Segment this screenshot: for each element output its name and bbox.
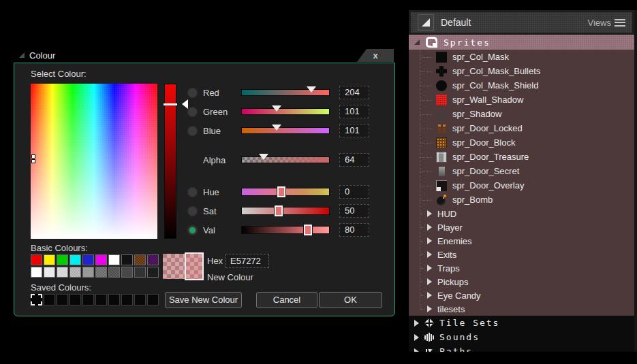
collapsed-triangle-icon[interactable] (414, 348, 419, 352)
collapsed-triangle-icon[interactable] (427, 224, 432, 231)
value-field[interactable]: 50 (339, 204, 369, 218)
tree-item-spr-door-secret[interactable]: spr_Door_Secret (409, 164, 634, 178)
channel-radio[interactable] (187, 88, 198, 98)
tree-folder-eye-candy[interactable]: Eye Candy (409, 288, 634, 302)
collapsed-triangle-icon[interactable] (427, 305, 432, 312)
channel-radio[interactable] (187, 107, 198, 117)
basic-colour-swatch[interactable] (69, 254, 81, 265)
channel-radio[interactable] (187, 126, 198, 136)
basic-colour-swatch[interactable] (108, 254, 120, 265)
basic-colour-swatch[interactable] (82, 254, 94, 265)
saved-colour-swatch[interactable] (134, 294, 146, 305)
collapsed-triangle-icon[interactable] (427, 237, 432, 244)
value-field[interactable]: 204 (339, 86, 369, 99)
saved-colour-swatch[interactable] (108, 294, 120, 305)
slider-track[interactable] (241, 207, 330, 215)
slider-handle[interactable] (272, 125, 281, 131)
saved-colour-swatch[interactable] (69, 294, 81, 305)
tree-item-spr-door-block[interactable]: spr_Door_Block (409, 135, 634, 150)
slider-track[interactable] (241, 226, 330, 234)
saved-colour-swatch[interactable] (121, 294, 133, 305)
tree-item-spr-wall-shadow[interactable]: spr_Wall_Shadow (409, 93, 634, 107)
tree-folder-exits[interactable]: Exits (409, 248, 634, 261)
tree-item-spr-door-overlay[interactable]: spr_Door_Overlay (409, 178, 634, 193)
value-field[interactable]: 64 (339, 153, 369, 167)
basic-colour-swatch[interactable] (31, 267, 42, 278)
value-strip-marker[interactable] (164, 103, 177, 105)
basic-colour-swatch[interactable] (134, 254, 146, 265)
saved-colour-swatch[interactable] (82, 294, 94, 305)
collapsed-triangle-icon[interactable] (427, 251, 432, 258)
ok-button[interactable]: OK (319, 292, 382, 308)
tree-item-spr-col-mask[interactable]: spr_Col_Mask (409, 50, 634, 64)
basic-colour-swatch[interactable] (57, 254, 68, 265)
slider-track[interactable] (241, 156, 330, 163)
value-field[interactable]: 0 (339, 185, 369, 199)
slider-handle[interactable] (259, 154, 268, 160)
saved-colour-swatch[interactable] (57, 294, 68, 305)
collapsed-triangle-icon[interactable] (427, 265, 432, 271)
tree-item-spr-bomb[interactable]: spr_Bomb (409, 193, 634, 207)
basic-colour-swatch[interactable] (31, 254, 42, 265)
basic-colour-swatch[interactable] (82, 267, 94, 278)
saved-colour-swatch[interactable] (95, 294, 107, 305)
tree-item-spr-door-locked[interactable]: spr_Door_Locked (409, 121, 634, 135)
colour-field[interactable] (31, 84, 157, 239)
channel-radio[interactable] (187, 225, 198, 235)
value-field[interactable]: 101 (339, 124, 369, 137)
basic-colour-swatch[interactable] (95, 267, 107, 278)
collapsed-triangle-icon[interactable] (414, 320, 419, 327)
tree-group-paths[interactable]: Paths (409, 344, 634, 352)
workspace-icon[interactable] (418, 14, 434, 31)
collapsed-triangle-icon[interactable] (414, 334, 419, 341)
tree-item-spr-col-mask-shield[interactable]: spr_Col_Mask_Shield (409, 78, 634, 93)
slider-track[interactable] (241, 127, 330, 134)
basic-colour-swatch[interactable] (121, 254, 133, 265)
hex-input[interactable]: E57272 (226, 254, 269, 268)
channel-radio[interactable] (187, 206, 198, 216)
collapsed-triangle-icon[interactable] (427, 292, 432, 299)
slider-track[interactable] (241, 188, 330, 196)
tree-folder-tilesets[interactable]: tilesets (409, 302, 634, 316)
colour-field-cursor[interactable] (31, 154, 36, 163)
value-strip[interactable] (164, 84, 176, 239)
expanded-triangle-icon[interactable] (414, 39, 420, 45)
cancel-button[interactable]: Cancel (256, 292, 317, 308)
saved-colour-swatch[interactable] (44, 294, 55, 305)
tree-group-sprites[interactable]: Sprites (409, 35, 634, 50)
save-new-colour-button[interactable]: Save New Colour (165, 292, 242, 308)
slider-handle[interactable] (304, 225, 312, 235)
slider-track[interactable] (241, 89, 330, 96)
basic-colour-swatch[interactable] (134, 267, 146, 278)
basic-colour-swatch[interactable] (121, 267, 133, 278)
tree-folder-player[interactable]: Player (409, 220, 634, 234)
saved-colour-swatch[interactable] (31, 294, 42, 305)
tree-folder-traps[interactable]: Traps (409, 261, 634, 275)
basic-colour-swatch[interactable] (44, 267, 55, 278)
basic-colour-swatch[interactable] (147, 254, 159, 265)
tree-group-sounds[interactable]: Sounds (409, 330, 634, 344)
tree-folder-enemies[interactable]: Enemies (409, 234, 634, 248)
tree-folder-hud[interactable]: HUD (409, 207, 634, 220)
slider-track[interactable] (241, 108, 330, 115)
tree-item-spr-shadow[interactable]: spr_Shadow (409, 107, 634, 121)
tree-folder-pickups[interactable]: Pickups (409, 275, 634, 288)
slider-handle[interactable] (307, 86, 316, 93)
basic-colour-swatch[interactable] (95, 254, 107, 265)
tree-group-tile-sets[interactable]: Tile Sets (409, 316, 634, 330)
views-menu[interactable]: Views (588, 18, 625, 28)
close-button[interactable]: x (357, 49, 394, 62)
basic-colour-swatch[interactable] (69, 267, 81, 278)
slider-handle[interactable] (272, 105, 281, 112)
dialog-title-bar[interactable]: Colour x (14, 48, 395, 63)
basic-colour-swatch[interactable] (147, 267, 159, 278)
channel-radio[interactable] (187, 187, 198, 197)
slider-handle[interactable] (277, 186, 285, 197)
value-field[interactable]: 101 (339, 105, 369, 118)
value-field[interactable]: 80 (339, 223, 369, 237)
saved-colour-swatch[interactable] (147, 294, 159, 305)
tree-item-spr-door-treasure[interactable]: spr_Door_Treasure (409, 150, 634, 164)
basic-colour-swatch[interactable] (108, 267, 120, 278)
collapsed-triangle-icon[interactable] (427, 278, 432, 285)
basic-colour-swatch[interactable] (57, 267, 68, 278)
